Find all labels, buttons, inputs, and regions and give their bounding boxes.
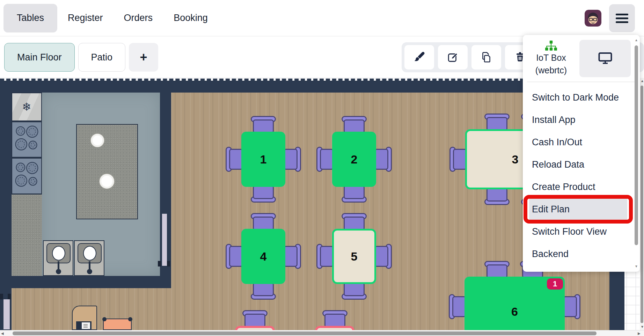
table-1[interactable]: 1 — [241, 132, 285, 187]
iot-box-detail: (webrtc) — [523, 64, 579, 77]
table-number: 1 — [260, 153, 267, 166]
menu-items: Switch to Dark ModeInstall AppCash In/Ou… — [523, 86, 640, 265]
floor-tabs: Main FloorPatio+ — [4, 43, 158, 72]
chair — [484, 261, 510, 278]
chair — [484, 114, 510, 131]
table-number: 4 — [260, 250, 267, 263]
chair — [284, 244, 301, 269]
paint-brush-icon — [414, 51, 425, 64]
chair — [342, 213, 367, 231]
menu-item-switch-floor-view[interactable]: Switch Floor View — [529, 220, 627, 243]
add-floor-button[interactable]: + — [129, 43, 158, 72]
annotation-box — [524, 195, 633, 224]
chair — [563, 294, 580, 319]
avatar[interactable] — [585, 10, 601, 27]
chair — [484, 188, 510, 205]
paint-brush-button[interactable] — [404, 45, 434, 70]
nav-tabs: TablesRegisterOrdersBooking — [0, 0, 218, 36]
nav-tab-booking[interactable]: Booking — [163, 4, 218, 32]
chair — [251, 116, 276, 133]
menu-scroll-thumb[interactable] — [635, 45, 638, 245]
nav-tab-register[interactable]: Register — [57, 4, 114, 32]
table-6[interactable]: 61 — [464, 277, 565, 330]
hamburger-dropdown-menu: IoT Box (webrtc) Switch to Dark ModeInst… — [523, 35, 640, 272]
table[interactable] — [315, 326, 354, 330]
vertical-scrollbar[interactable]: ▲ ▼ — [640, 78, 644, 330]
chair — [449, 147, 467, 172]
menu-item-switch-to-dark-mode[interactable]: Switch to Dark Mode — [529, 86, 627, 109]
vertical-scroll-thumb[interactable] — [641, 86, 643, 323]
horizontal-scrollbar[interactable]: ◀ ▶ — [0, 330, 644, 336]
chair — [374, 244, 392, 269]
iot-box-status[interactable]: IoT Box (webrtc) — [523, 40, 579, 82]
chair — [316, 147, 334, 172]
chair — [449, 294, 466, 319]
scroll-down-icon[interactable]: ▼ — [641, 325, 644, 329]
menu-header: IoT Box (webrtc) — [523, 35, 640, 82]
table-4[interactable]: 4 — [241, 229, 285, 284]
table-number: 3 — [512, 153, 519, 166]
scroll-right-icon[interactable]: ▶ — [638, 332, 641, 335]
edit-note-icon — [447, 51, 459, 64]
top-navbar: TablesRegisterOrdersBooking — [0, 0, 644, 36]
table-5[interactable]: 5 — [332, 229, 376, 284]
chair — [226, 244, 243, 269]
chair — [251, 185, 276, 203]
chair — [242, 310, 268, 328]
floor-tab-main-floor[interactable]: Main Floor — [4, 43, 75, 72]
copy-button[interactable] — [471, 45, 501, 70]
nav-tab-tables[interactable]: Tables — [3, 4, 57, 32]
customer-display-button[interactable] — [579, 40, 631, 77]
chair — [226, 147, 243, 172]
horizontal-scroll-thumb[interactable] — [13, 331, 597, 335]
menu-scroll-up-icon[interactable]: ▲ — [635, 38, 638, 42]
chair — [342, 116, 367, 133]
floor-tab-patio[interactable]: Patio — [78, 43, 126, 72]
menu-item-backend[interactable]: Backend — [529, 243, 627, 265]
chair — [251, 213, 276, 231]
menu-item-install-app[interactable]: Install App — [529, 109, 627, 131]
iot-box-name: IoT Box — [523, 52, 579, 64]
scroll-up-icon[interactable]: ▲ — [641, 79, 644, 83]
menu-scrollbar[interactable]: ▲ ▼ — [634, 38, 638, 269]
chair — [251, 282, 276, 300]
table-number: 5 — [351, 250, 358, 263]
chair — [374, 147, 392, 172]
monitor-icon — [598, 51, 613, 66]
nav-tab-orders[interactable]: Orders — [114, 4, 163, 32]
menu-scroll-down-icon[interactable]: ▼ — [635, 265, 638, 268]
table-number: 6 — [511, 305, 518, 319]
hamburger-menu-button[interactable] — [609, 4, 635, 32]
table-2[interactable]: 2 — [332, 132, 376, 187]
edit-note-button[interactable] — [438, 45, 468, 70]
chair — [342, 282, 367, 300]
chair — [284, 147, 301, 172]
order-count-badge: 1 — [547, 278, 563, 290]
copy-icon — [481, 51, 492, 64]
menu-item-cash-in-out[interactable]: Cash In/Out — [529, 131, 627, 153]
menu-item-reload-data[interactable]: Reload Data — [529, 153, 627, 176]
sitemap-icon — [523, 41, 579, 52]
chair — [322, 310, 347, 328]
table-number: 2 — [351, 153, 358, 166]
menu-item-edit-plan[interactable]: Edit Plan — [529, 198, 627, 220]
menu-divider — [527, 82, 636, 82]
chair — [316, 244, 334, 269]
table[interactable] — [235, 326, 275, 330]
scroll-left-icon[interactable]: ◀ — [1, 332, 4, 335]
hamburger-icon — [616, 14, 628, 15]
chair — [342, 185, 367, 203]
menu-item-create-product[interactable]: Create Product — [529, 176, 627, 198]
